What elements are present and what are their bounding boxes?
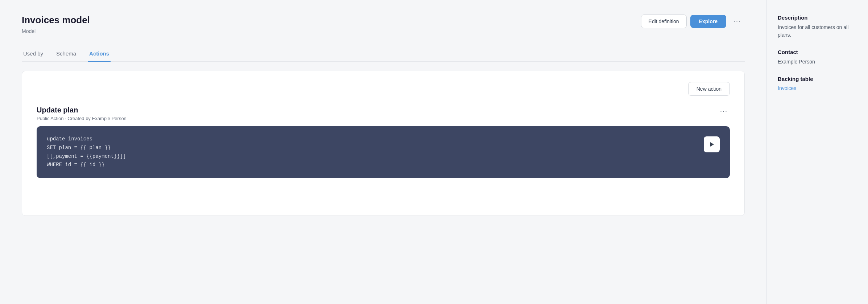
- tab-used-by[interactable]: Used by: [22, 46, 45, 62]
- action-info: Update plan Public Action · Created by E…: [37, 106, 127, 121]
- action-card: Update plan Public Action · Created by E…: [37, 106, 730, 178]
- tab-actions[interactable]: Actions: [88, 46, 111, 62]
- action-more-button[interactable]: ···: [718, 106, 730, 116]
- code-block: update invoices SET plan = {{ plan }} [[…: [37, 126, 730, 178]
- action-title: Update plan: [37, 106, 127, 114]
- explore-button[interactable]: Explore: [690, 15, 726, 28]
- action-meta: Public Action · Created by Example Perso…: [37, 116, 127, 121]
- page-title: Invoices model: [22, 15, 90, 26]
- run-action-button[interactable]: [704, 136, 720, 152]
- sidebar: Description Invoices for all customers o…: [766, 0, 868, 304]
- sidebar-contact-section: Contact Example Person: [778, 49, 857, 66]
- new-action-button[interactable]: New action: [688, 82, 730, 96]
- play-icon: [709, 141, 715, 147]
- new-action-row: New action: [37, 82, 730, 96]
- edit-definition-button[interactable]: Edit definition: [641, 15, 687, 28]
- page-subtitle: Model: [22, 28, 36, 34]
- sidebar-description-text: Invoices for all customers on all plans.: [778, 24, 857, 39]
- sidebar-backing-table-label: Backing table: [778, 76, 857, 82]
- header-more-button[interactable]: ···: [730, 15, 745, 28]
- sidebar-description-section: Description Invoices for all customers o…: [778, 15, 857, 39]
- action-card-header: Update plan Public Action · Created by E…: [37, 106, 730, 121]
- sidebar-contact-label: Contact: [778, 49, 857, 55]
- sidebar-backing-table-link[interactable]: Invoices: [778, 85, 796, 91]
- content-area: New action Update plan Public Action · C…: [22, 71, 745, 216]
- tab-schema[interactable]: Schema: [55, 46, 78, 62]
- sidebar-contact-text: Example Person: [778, 58, 857, 66]
- header-actions: Edit definition Explore ···: [641, 15, 745, 28]
- code-content: update invoices SET plan = {{ plan }} [[…: [47, 135, 126, 169]
- tabs-nav: Used by Schema Actions: [22, 46, 745, 62]
- sidebar-description-label: Description: [778, 15, 857, 21]
- sidebar-backing-table-section: Backing table Invoices: [778, 76, 857, 91]
- svg-marker-0: [710, 142, 714, 147]
